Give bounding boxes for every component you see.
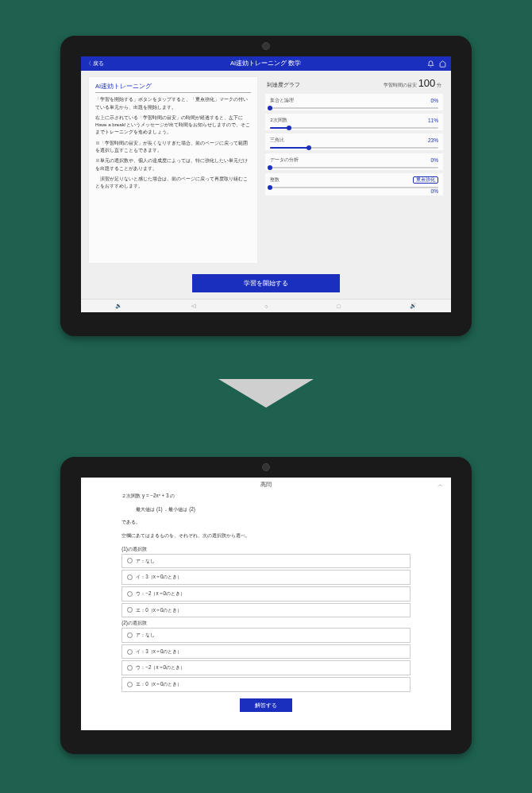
metric-row: 2次関数11%: [265, 114, 443, 130]
metric-row: 集合と論理0%: [265, 94, 443, 110]
radio-icon: [127, 574, 133, 580]
metric-row: 整数重点強化0%: [265, 173, 443, 195]
nav-volume-up-icon[interactable]: 🔊: [410, 303, 417, 309]
choice-option[interactable]: ア：なし: [121, 554, 410, 569]
nav-volume-down-icon[interactable]: 🔉: [115, 303, 122, 309]
metric-pct: 23%: [428, 137, 438, 143]
target-number: 100: [418, 77, 436, 89]
metric-label: 集合と論理: [270, 97, 294, 104]
metric-pct: 11%: [428, 118, 438, 123]
metric-pct: 0%: [431, 188, 438, 194]
instructions-panel: AI速効トレーニング 「学習を開始する」ボタンをタップすると、「重点強化」マーク…: [89, 77, 257, 263]
choice-label: ウ：−2（x＝0のとき）: [136, 590, 185, 598]
instruction-p5: 演習が足りないと感じた場合は、前のページに戻って再度取り組むことをおすすめします…: [95, 175, 251, 190]
instruction-p2: 右上に示されている「学習時間の目安」の時間が経過すると、左下にHave a br…: [95, 114, 251, 136]
choice-label: イ：3（x＝0のとき）: [136, 648, 182, 656]
question-header: 高問 ︿: [81, 478, 451, 492]
priority-badge: 重点強化: [413, 176, 438, 184]
progress-title: 到達度グラフ: [267, 82, 300, 89]
choice-option[interactable]: イ：3（x＝0のとき）: [121, 570, 410, 585]
chevron-left-icon: 〈: [86, 60, 91, 68]
choice-label: イ：3（x＝0のとき）: [136, 573, 182, 582]
progress-bar: [270, 127, 438, 129]
question-text-2: 最大値は (1) ，最小値は (2): [121, 505, 410, 514]
question-body: ２次関数 y = −2x² + 3 の 最大値は (1) ，最小値は (2) で…: [121, 492, 410, 712]
choice-group-2-label: (2)の選択肢: [121, 619, 410, 628]
question-text-1: ２次関数 y = −2x² + 3 の: [121, 492, 410, 501]
bell-icon[interactable]: [427, 60, 434, 68]
choice-option[interactable]: ウ：−2（x＝0のとき）: [121, 586, 410, 602]
header-icons: [427, 60, 446, 68]
tablet-camera: [262, 463, 270, 471]
choice-option[interactable]: エ：0（x＝0のとき）: [121, 603, 410, 618]
metric-label: データの分析: [270, 157, 299, 164]
progress-header: 到達度グラフ 学習時間の目安 100 分: [265, 77, 443, 89]
choice-label: ア：なし: [136, 557, 155, 566]
choice-label: ウ：−2（x＝0のとき）: [136, 663, 185, 672]
instruction-p1: 「学習を開始する」ボタンをタップすると、「重点強化」マークの付いている単元から、…: [95, 95, 251, 110]
answer-button[interactable]: 解答する: [240, 698, 291, 712]
choice-option[interactable]: エ：0（x＝0のとき）: [121, 677, 410, 692]
instruction-p3: ※「学習時間の目安」が長くなりすぎた場合、前のページに戻って範囲を選択し直すこと…: [95, 139, 251, 154]
start-button-area: 学習を開始する: [81, 269, 451, 299]
progress-bar: [270, 107, 438, 109]
back-label: 戻る: [93, 60, 104, 68]
choice-label: エ：0（x＝0のとき）: [136, 680, 182, 689]
metric-label: 整数: [270, 176, 279, 184]
question-instruction: 空欄にあてはまるものを、それぞれ、次の選択肢から選べ。: [121, 532, 410, 540]
nav-home-icon[interactable]: ○: [264, 304, 268, 309]
start-learning-button[interactable]: 学習を開始する: [192, 274, 340, 292]
study-time-target: 学習時間の目安 100 分: [384, 77, 441, 89]
question-text-3: である。: [121, 518, 410, 527]
radio-icon: [127, 591, 133, 597]
metric-pct: 0%: [431, 157, 438, 163]
collapse-icon[interactable]: ︿: [438, 481, 443, 489]
metric-label: 三角比: [270, 137, 284, 144]
main-content: AI速効トレーニング 「学習を開始する」ボタンをタップすると、「重点強化」マーク…: [81, 71, 451, 269]
choice-group-1: ア：なしイ：3（x＝0のとき）ウ：−2（x＝0のとき）エ：0（x＝0のとき）: [121, 554, 410, 618]
question-header-label: 高問: [260, 482, 272, 487]
page-title: AI速効トレーニング 数学: [104, 60, 427, 68]
home-icon[interactable]: [439, 60, 446, 68]
choice-group-2: ア：なしイ：3（x＝0のとき）ウ：−2（x＝0のとき）エ：0（x＝0のとき）: [121, 628, 410, 692]
tablet-top: 〈 戻る AI速効トレーニング 数学 AI速効トレーニング 「学習を開始する」ボ…: [60, 36, 472, 336]
progress-bar: [270, 167, 438, 168]
radio-icon: [127, 558, 133, 563]
radio-icon: [127, 607, 133, 613]
app-screen-top: 〈 戻る AI速効トレーニング 数学 AI速効トレーニング 「学習を開始する」ボ…: [81, 56, 451, 312]
choice-group-1-label: (1)の選択肢: [121, 545, 410, 554]
radio-icon: [127, 665, 133, 671]
progress-bar: [270, 187, 438, 188]
choice-label: エ：0（x＝0のとき）: [136, 606, 182, 615]
choice-option[interactable]: ア：なし: [121, 628, 410, 643]
radio-icon: [127, 632, 133, 638]
instruction-p4: ※単元の選択数や、個人の達成度によっては、特に強化したい単元だけを出題することが…: [95, 157, 251, 172]
android-nav-bar: 🔉 ◁ ○ □ 🔊: [81, 299, 451, 312]
choice-option[interactable]: イ：3（x＝0のとき）: [121, 644, 410, 660]
choice-label: ア：なし: [136, 631, 155, 640]
instructions-title: AI速効トレーニング: [95, 82, 251, 93]
radio-icon: [127, 649, 133, 655]
target-label-unit: 分: [435, 83, 441, 87]
tablet-camera: [262, 42, 270, 50]
flow-arrow-icon: [218, 379, 314, 408]
progress-panel: 到達度グラフ 学習時間の目安 100 分 集合と論理0%2次関数11%三角比23…: [265, 77, 443, 263]
progress-bar: [270, 147, 438, 149]
nav-recent-icon[interactable]: □: [337, 304, 340, 309]
choice-option[interactable]: ウ：−2（x＝0のとき）: [121, 660, 410, 675]
metric-pct: 0%: [431, 98, 438, 103]
app-screen-bottom: 高問 ︿ ２次関数 y = −2x² + 3 の 最大値は (1) ，最小値は …: [81, 478, 451, 730]
metric-label: 2次関数: [270, 117, 287, 124]
radio-icon: [127, 682, 133, 687]
metric-row: データの分析0%: [265, 153, 443, 170]
tablet-bottom: 高問 ︿ ２次関数 y = −2x² + 3 の 最大値は (1) ，最小値は …: [60, 457, 472, 754]
metric-row: 三角比23%: [265, 133, 443, 150]
target-label-pre: 学習時間の目安: [384, 83, 418, 87]
app-header: 〈 戻る AI速効トレーニング 数学: [81, 56, 451, 71]
nav-back-icon[interactable]: ◁: [191, 303, 195, 309]
metrics-list: 集合と論理0%2次関数11%三角比23%データの分析0%整数重点強化0%: [265, 94, 443, 199]
back-button[interactable]: 〈 戻る: [86, 60, 104, 68]
